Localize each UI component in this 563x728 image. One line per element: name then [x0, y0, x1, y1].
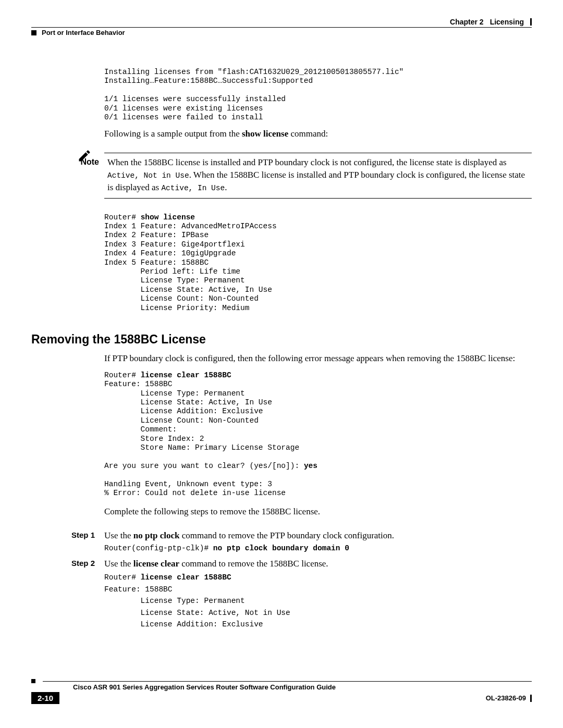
- step-1-label: Step 1: [68, 529, 95, 555]
- doc-number: OL-23826-09: [486, 694, 532, 702]
- code-show-cmd: show license: [141, 213, 195, 221]
- remove-paragraph: If PTP boundary clock is configured, the…: [104, 353, 532, 365]
- code-clear-prompt: Router#: [104, 371, 141, 379]
- code-show-body: Index 1 Feature: AdvancedMetroIPAccess I…: [104, 222, 277, 312]
- code-clear-body: Feature: 1588BC License Type: Permanent …: [104, 380, 304, 470]
- code-clear-tail: Handling Event, Unknown event type: 3 % …: [104, 480, 286, 497]
- step1-cmd: no ptp clock: [133, 530, 180, 540]
- code-clear-yes: yes: [304, 462, 317, 470]
- step-2: Step 2 Use the license clear command to …: [104, 558, 532, 633]
- note-block: Note When the 1588BC license is installe…: [104, 153, 532, 198]
- section-title: Port or Interface Behavior: [42, 29, 125, 36]
- chapter-title: Licensing: [490, 18, 524, 26]
- pencil-icon: [77, 149, 92, 165]
- content-column-2: If PTP boundary clock is configured, the…: [104, 353, 532, 633]
- step1-code: Router(config-ptp-clk)# no ptp clock bou…: [104, 544, 532, 553]
- step2-code-cmd: license clear 1588BC: [141, 573, 231, 582]
- note-text-post: .: [225, 182, 227, 192]
- step2-cmd: license clear: [133, 559, 179, 569]
- page-header: Chapter 2 Licensing: [31, 18, 532, 26]
- note-text: When the 1588BC license is installed and…: [107, 156, 532, 193]
- code-clear-cmd: license clear 1588BC: [141, 371, 231, 379]
- page-footer: Cisco ASR 901 Series Aggregation Service…: [31, 679, 532, 704]
- page-number: 2-10: [31, 692, 59, 704]
- content-column: Installing licenses from "flash:CAT1632U…: [104, 68, 532, 313]
- doc-number-text: OL-23826-09: [486, 694, 526, 702]
- step-2-body: Use the license clear command to remove …: [104, 558, 532, 633]
- chapter-label: Chapter 2: [450, 18, 484, 26]
- note-text-pre: When the 1588BC license is installed and…: [107, 157, 507, 167]
- footer-square-icon: [31, 679, 35, 683]
- footer-rule: [43, 681, 532, 682]
- step2-code-prompt: Router#: [104, 573, 141, 582]
- heading-removing: Removing the 1588BC License: [31, 332, 532, 347]
- step1-code-cmd: no ptp clock boundary domain 0: [213, 544, 349, 552]
- step2-code-body: Feature: 1588BC License Type: Permanent …: [104, 585, 290, 628]
- steps-paragraph: Complete the following steps to remove t…: [104, 506, 532, 518]
- intro-text-pre: Following is a sample output from the: [104, 129, 242, 139]
- note-code-1: Active, Not in Use: [107, 171, 189, 180]
- footer-guide-title: Cisco ASR 901 Series Aggregation Service…: [73, 683, 532, 691]
- step2-code: Router# license clear 1588BC Feature: 15…: [104, 572, 532, 630]
- header-rule: [31, 27, 532, 28]
- step1-code-prompt: Router(config-ptp-clk)#: [104, 544, 213, 552]
- subheader: Port or Interface Behavior: [31, 29, 532, 36]
- step-1-body: Use the no ptp clock command to remove t…: [104, 529, 532, 555]
- step2-post: command to remove the 1588BC license.: [179, 559, 328, 569]
- note-code-2: Active, In Use: [161, 184, 225, 192]
- intro-command: show license: [242, 129, 288, 139]
- intro-text-post: command:: [288, 129, 328, 139]
- code-clear-output: Router# license clear 1588BC Feature: 15…: [104, 371, 532, 498]
- code-show-license: Router# show license Index 1 Feature: Ad…: [104, 213, 532, 313]
- step1-pre: Use the: [104, 530, 133, 540]
- step-1: Step 1 Use the no ptp clock command to r…: [104, 529, 532, 555]
- header-tick-icon: [530, 18, 532, 26]
- step2-pre: Use the: [104, 559, 133, 569]
- step1-post: command to remove the PTP boundary clock…: [180, 530, 395, 540]
- code-show-prompt: Router#: [104, 213, 141, 221]
- page: Chapter 2 Licensing Port or Interface Be…: [0, 0, 563, 728]
- intro-paragraph: Following is a sample output from the sh…: [104, 128, 532, 140]
- section-square-icon: [31, 30, 36, 35]
- code-install-output: Installing licenses from "flash:CAT1632U…: [104, 68, 532, 122]
- step-2-label: Step 2: [68, 558, 95, 633]
- footer-tick-icon: [530, 695, 532, 702]
